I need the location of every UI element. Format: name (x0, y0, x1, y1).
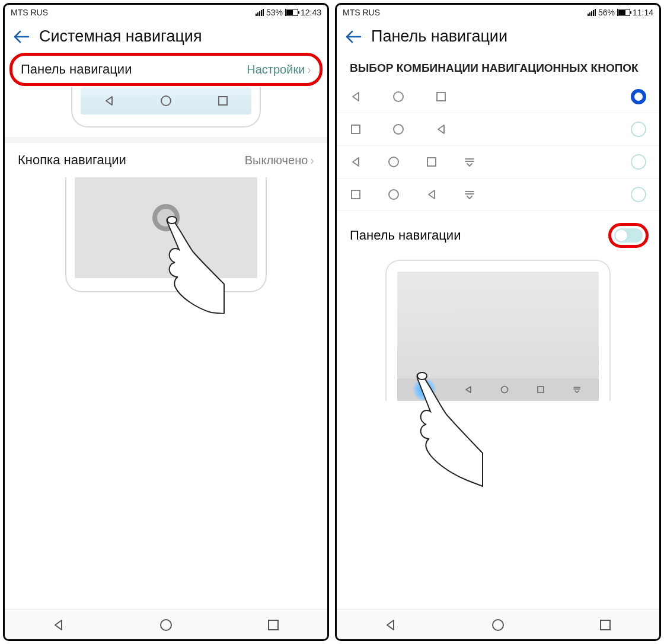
nav-panel-row[interactable]: Панель навигации Настройки › (9, 53, 323, 86)
back-triangle-icon (350, 156, 362, 168)
status-right: 53% 12:43 (256, 8, 321, 17)
svg-point-26 (493, 620, 503, 630)
recent-square-icon[interactable] (599, 619, 612, 632)
radio-selected-icon[interactable] (631, 89, 646, 104)
svg-point-8 (161, 620, 171, 630)
combo-option-1[interactable] (337, 81, 659, 113)
recent-square-icon (435, 91, 447, 103)
dropdown-icon (573, 385, 581, 394)
phone-right: MTS RUS 56% 11:14 Панель навигации ВЫБОР… (335, 3, 661, 641)
divider (5, 137, 327, 143)
radio-unselected-icon[interactable] (631, 154, 646, 170)
page-title: Системная навигация (39, 27, 202, 46)
svg-rect-14 (595, 9, 596, 16)
section-title: ВЫБОР КОМБИНАЦИИ НАВИГАЦИОННЫХ КНОПОК (337, 52, 659, 81)
radio-unselected-icon[interactable] (631, 122, 646, 137)
row-value: Выключено › (245, 154, 314, 167)
svg-rect-21 (352, 190, 360, 199)
nav-button-row[interactable]: Кнопка навигации Выключено › (5, 143, 327, 177)
toggle-knob-icon (615, 229, 627, 241)
clock: 11:14 (633, 8, 653, 17)
system-nav-bar (5, 610, 327, 639)
back-triangle-icon (426, 189, 438, 200)
home-circle-icon[interactable] (159, 619, 173, 632)
combo-option-4[interactable] (337, 178, 659, 211)
status-bar: MTS RUS 53% 12:43 (5, 5, 327, 20)
content: Панель навигации Настройки › Кнопка нави… (5, 52, 327, 639)
back-triangle-icon[interactable] (52, 619, 65, 632)
svg-point-25 (417, 372, 427, 380)
svg-rect-4 (263, 9, 264, 16)
svg-rect-13 (593, 10, 594, 16)
combo-option-3[interactable] (337, 146, 659, 178)
header: Панель навигации (337, 20, 659, 52)
back-triangle-icon (103, 95, 115, 107)
content: ВЫБОР КОМБИНАЦИИ НАВИГАЦИОННЫХ КНОПОК (337, 52, 659, 639)
home-circle-icon (392, 123, 404, 135)
back-triangle-icon[interactable] (384, 619, 397, 632)
row-value: Настройки › (247, 63, 311, 76)
hand-icon (407, 370, 484, 489)
carrier-label: MTS RUS (11, 8, 48, 17)
carrier-label: MTS RUS (343, 8, 380, 17)
svg-rect-1 (257, 12, 258, 16)
svg-point-18 (394, 125, 403, 134)
header: Системная навигация (5, 20, 327, 52)
radio-unselected-icon[interactable] (631, 187, 646, 202)
row-label: Панель навигации (21, 62, 132, 77)
svg-rect-3 (261, 10, 262, 16)
svg-rect-2 (259, 11, 260, 16)
status-bar: MTS RUS 56% 11:14 (337, 5, 659, 20)
row-label: Кнопка навигации (18, 152, 126, 168)
svg-rect-12 (591, 11, 592, 16)
back-arrow-icon[interactable] (345, 30, 362, 44)
svg-rect-24 (538, 387, 544, 393)
toggle-highlight (608, 223, 649, 248)
recent-square-icon (217, 95, 229, 107)
system-nav-bar (337, 610, 659, 639)
hand-icon (154, 213, 225, 314)
signal-icon (588, 9, 597, 16)
svg-rect-27 (601, 620, 610, 630)
home-circle-icon (392, 91, 404, 103)
combo-option-2[interactable] (337, 113, 659, 146)
recent-square-icon[interactable] (267, 619, 280, 632)
back-triangle-icon (435, 123, 447, 135)
svg-rect-0 (256, 14, 257, 16)
svg-rect-11 (589, 12, 590, 16)
home-circle-icon (388, 156, 400, 168)
svg-rect-9 (269, 620, 278, 630)
home-circle-icon (160, 95, 172, 107)
dropdown-icon (464, 156, 475, 168)
svg-rect-20 (427, 158, 436, 166)
chevron-right-icon: › (310, 154, 314, 167)
preview-touch (5, 177, 327, 302)
battery-pct: 53% (266, 8, 283, 17)
svg-rect-10 (588, 14, 589, 16)
svg-rect-6 (219, 97, 227, 105)
phone-left: MTS RUS 53% 12:43 Системная навигация Па… (3, 3, 329, 641)
battery-pct: 56% (598, 8, 615, 17)
recent-square-icon (350, 189, 362, 200)
back-triangle-icon (350, 91, 362, 103)
back-arrow-icon[interactable] (13, 30, 30, 44)
recent-square-icon (350, 123, 362, 135)
chevron-right-icon: › (307, 63, 311, 76)
svg-point-22 (389, 190, 398, 199)
recent-square-icon (426, 156, 438, 168)
battery-icon (285, 9, 298, 16)
battery-icon (617, 9, 630, 16)
status-right: 56% 11:14 (588, 8, 653, 17)
nav-panel-toggle-row: Панель навигации (337, 211, 659, 256)
svg-point-23 (501, 386, 507, 393)
nav-panel-toggle[interactable] (614, 228, 643, 243)
home-circle-icon[interactable] (491, 619, 505, 632)
home-circle-icon (500, 385, 509, 394)
toggle-label: Панель навигации (350, 228, 461, 243)
clock: 12:43 (301, 8, 321, 17)
preview-swipe (337, 256, 659, 401)
signal-icon (256, 9, 265, 16)
preview-navbar (5, 87, 327, 137)
svg-point-15 (394, 92, 403, 101)
svg-rect-16 (437, 93, 445, 101)
